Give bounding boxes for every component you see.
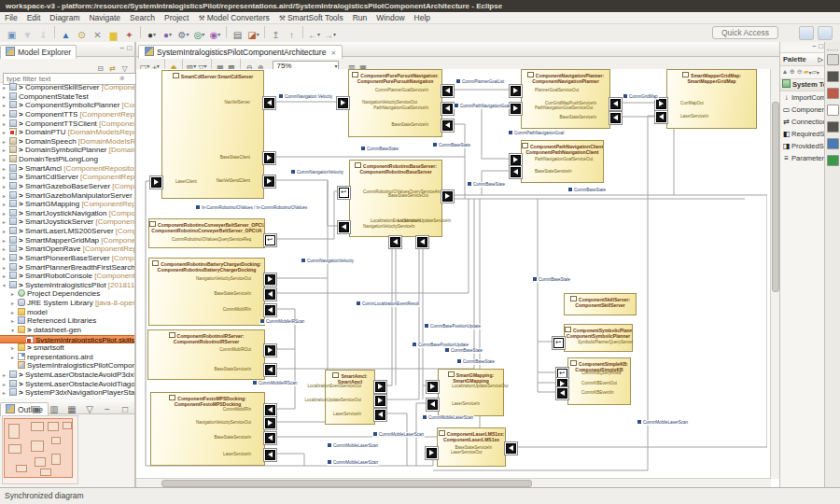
coverage-icon[interactable]: ◎▾ — [192, 25, 206, 39]
tree-item-domaintestpilonglong[interactable]: ▸DomainTestPiLongLong — [0, 155, 134, 164]
outline-zoom-icon[interactable]: ▣ — [28, 402, 42, 416]
tree-item-systemlaserobstacleavoidp3dxplaye[interactable]: ▸> SystemLaserObstacleAvoidP3dxPlaye — [0, 371, 134, 380]
blank-view-icon[interactable] — [827, 105, 839, 116]
collapsed-arrow-icon[interactable]: ▸ — [3, 165, 9, 174]
collapsed-arrow-icon[interactable]: ▸ — [11, 317, 18, 326]
forward-icon[interactable]: →▾ — [323, 25, 337, 39]
collapsed-arrow-icon[interactable]: ▸ — [11, 354, 18, 362]
tree-item-referenced-libraries[interactable]: ▸Referenced Libraries — [0, 316, 134, 326]
outline-thumbnail-icon[interactable]: ▥ — [46, 402, 60, 416]
perspective-modeling-icon[interactable] — [818, 26, 833, 40]
tree-item-domainspeech[interactable]: ▸> DomainSpeech [DomainModelsRepos — [0, 137, 134, 147]
collapsed-arrow-icon[interactable]: ▸ — [11, 344, 18, 353]
port-client-icon[interactable] — [375, 382, 385, 392]
component-componentfestompsdocking[interactable]: ComponentFestoMPSDocking:ComponentFestoM… — [150, 392, 265, 466]
port-client-icon[interactable] — [264, 153, 274, 163]
tree-item-systemintralogisticspilotcomponenta[interactable]: SystemIntralogisticsPilotComponentA — [0, 361, 134, 371]
connection-label[interactable]: CommMobileIRScan — [259, 319, 305, 325]
collapsed-arrow-icon[interactable]: ▸ — [3, 111, 9, 119]
port-client-icon[interactable] — [656, 99, 666, 109]
port-server-icon[interactable] — [265, 365, 275, 375]
tree-item-jre-system-library[interactable]: ▸JRE System Library [java-8-openjdk-am — [0, 299, 134, 308]
tree-item-systemp3dxnavigationplayerstagesi[interactable]: ▸> SystemP3dxNavigationPlayerStageSi — [0, 388, 134, 398]
collapsed-arrow-icon[interactable]: ▸ — [3, 84, 9, 92]
collapsed-arrow-icon[interactable]: ▸ — [11, 290, 18, 299]
port-client-icon[interactable] — [442, 191, 453, 202]
maximize-icon[interactable]: □ — [117, 402, 131, 416]
connection-label[interactable]: CommBaseState — [456, 359, 496, 365]
maximize-icon[interactable]: □ — [127, 44, 132, 52]
tree-item-componentstatetest[interactable]: ▸ComponentStateTest — [0, 92, 134, 102]
collapsed-arrow-icon[interactable]: ▸ — [3, 147, 9, 155]
arrange-icon[interactable]: ◆ — [168, 57, 179, 67]
close-icon[interactable]: ✕ — [330, 49, 336, 56]
tab-model-explorer[interactable]: Model Explorer — [0, 45, 77, 59]
filters-icon[interactable]: ▽▾ — [197, 57, 208, 67]
component-componentrobotinobatterychargerdocking[interactable]: ComponentRobotinoBatteryChargerDocking:C… — [148, 258, 265, 326]
tree-item-project-dependencies[interactable]: ▸Project Dependencies — [0, 289, 134, 299]
collapsed-arrow-icon[interactable]: ▸ — [3, 183, 9, 191]
port-server-icon[interactable] — [506, 443, 516, 454]
collapsed-arrow-icon[interactable]: ▸ — [3, 381, 9, 389]
connection-label[interactable]: CommMobileIRScan — [252, 381, 298, 386]
tree-item-smartcdlserver[interactable]: ▸> SmartCdlServer [ComponentReposito — [0, 173, 134, 182]
collapsed-arrow-icon[interactable]: ▸ — [3, 245, 9, 254]
port-server-icon[interactable] — [264, 98, 274, 108]
component-componentpurepursuitnavigation[interactable]: ComponentPurePursuitNavigation:Component… — [348, 69, 442, 137]
port-client-icon[interactable] — [151, 177, 161, 188]
collapsed-arrow-icon[interactable]: ▸ — [3, 210, 9, 218]
component-componentsimplekb[interactable]: ComponentSimpleKB:ComponentSimpleKBCommK… — [567, 357, 631, 405]
maximize-icon[interactable]: □ — [819, 42, 823, 50]
tree-item-systemintralogisticspilot-skills-json[interactable]: SystemIntralogisticsPilot.skills.json — [0, 335, 134, 344]
grid-icon[interactable]: ▦ — [357, 57, 369, 67]
view-menu-icon[interactable]: ▽ — [119, 58, 130, 67]
expanded-arrow-icon[interactable]: ▾ — [3, 282, 9, 290]
component-smartcdlserver[interactable]: SmartCdlServer:SmartCdlServerNavVelServe… — [161, 70, 264, 199]
connection-label[interactable]: CommPathNavigationGoal — [508, 131, 565, 136]
collapsed-arrow-icon[interactable]: ▸ — [3, 389, 9, 398]
shape-tool-icon[interactable]: ▱▾ — [811, 66, 819, 77]
paint-icon[interactable]: ◪▾ — [246, 25, 260, 39]
connection-label[interactable]: CommNavigationVelocity — [301, 259, 355, 264]
port-query-icon[interactable] — [339, 188, 349, 198]
filter-clear-icon[interactable]: ⊗ — [119, 75, 125, 82]
collapsed-arrow-icon[interactable]: ▸ — [3, 120, 9, 129]
collapsed-arrow-icon[interactable]: ▸ — [3, 228, 9, 236]
perspective-icon[interactable] — [799, 26, 814, 40]
collapsed-arrow-icon[interactable]: ▸ — [3, 129, 9, 137]
port-client-icon[interactable] — [427, 382, 438, 392]
port-server-icon[interactable] — [442, 86, 453, 96]
minimize-icon[interactable]: − — [99, 402, 113, 416]
connection-label[interactable]: CommMobileLaserScan — [637, 420, 689, 426]
component-componentnavigationplanner[interactable]: ComponentNavigationPlanner:ComponentNavi… — [521, 69, 610, 129]
scrollbar-thumb[interactable] — [772, 102, 779, 292]
port-client-icon[interactable] — [338, 98, 348, 108]
print-icon[interactable]: ▤ — [231, 25, 245, 39]
layers-icon[interactable]: ▥ — [346, 57, 357, 67]
menu-help[interactable]: Help — [410, 12, 435, 23]
port-server-icon[interactable] — [442, 120, 453, 131]
collapse-all-icon[interactable]: ⊟ — [95, 58, 105, 67]
palette-header[interactable]: Palette▷ — [780, 52, 825, 66]
port-server-icon[interactable] — [265, 305, 275, 315]
collapsed-arrow-icon[interactable]: ▸ — [3, 237, 9, 245]
collapsed-arrow-icon[interactable]: ▸ — [3, 255, 9, 263]
palette-item-connection[interactable]: ⇄Connection — [780, 116, 825, 128]
collapsed-arrow-icon[interactable]: ▸ — [3, 273, 9, 281]
collapsed-arrow-icon[interactable]: ▸ — [3, 156, 9, 164]
tree-item-smartplannerbreadthfirstsearch[interactable]: ▸> SmartPlannerBreadthFirstSearch [Cor — [0, 263, 134, 273]
port-server-icon[interactable] — [557, 388, 567, 399]
palette-item-provided-service[interactable]: ◨ProvidedSer... — [780, 140, 825, 152]
menu-file[interactable]: File — [0, 12, 22, 23]
expanded-arrow-icon[interactable]: ▾ — [11, 327, 18, 335]
port-client-icon[interactable] — [265, 418, 275, 428]
minimize-icon[interactable]: − — [812, 42, 817, 50]
palette-item-required-service[interactable]: ◧RequiredSer... — [780, 128, 825, 140]
run-icon[interactable]: ●▾ — [161, 25, 175, 39]
port-query-icon[interactable] — [557, 369, 567, 379]
collapsed-arrow-icon[interactable]: ▸ — [3, 138, 9, 147]
view-menu-icon[interactable]: ▽ — [81, 402, 95, 416]
component-smartmappergridmap[interactable]: SmartMapperGridMap:SmartMapperGridMapCur… — [666, 69, 757, 129]
port-server-icon[interactable] — [610, 99, 621, 109]
menu-search[interactable]: Search — [125, 12, 160, 23]
